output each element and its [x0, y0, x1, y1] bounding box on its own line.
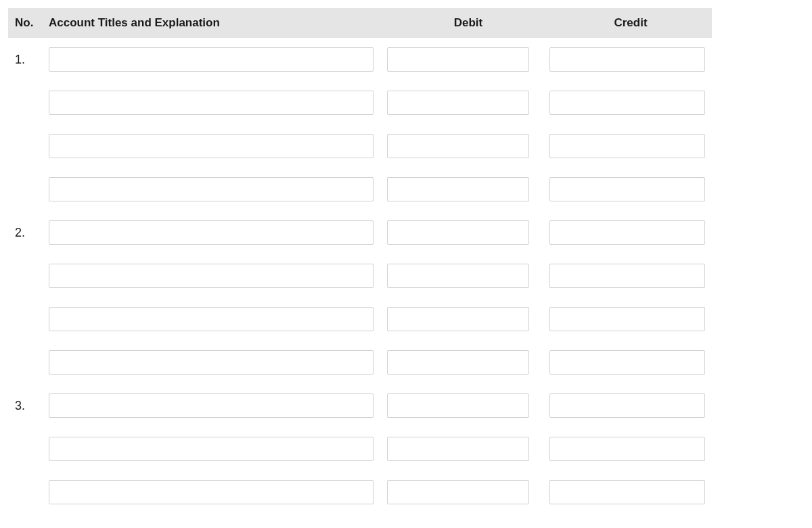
credit-input[interactable]	[549, 220, 705, 245]
debit-cell	[387, 437, 549, 461]
credit-cell	[549, 393, 712, 418]
debit-cell	[387, 134, 549, 158]
table-row	[8, 471, 712, 514]
account-cell	[49, 220, 387, 245]
account-cell	[49, 47, 387, 72]
credit-cell	[549, 350, 712, 375]
account-cell	[49, 350, 387, 375]
header-no: No.	[8, 16, 49, 30]
debit-cell	[387, 264, 549, 288]
account-input[interactable]	[49, 177, 374, 201]
table-row	[8, 168, 712, 211]
credit-cell	[549, 47, 712, 72]
debit-input[interactable]	[387, 91, 529, 115]
debit-cell	[387, 177, 549, 201]
account-input[interactable]	[49, 264, 374, 288]
table-row: 2.	[8, 211, 712, 254]
table-row	[8, 341, 712, 384]
account-input[interactable]	[49, 220, 374, 245]
debit-input[interactable]	[387, 264, 529, 288]
debit-input[interactable]	[387, 350, 529, 375]
credit-cell	[549, 91, 712, 115]
account-cell	[49, 91, 387, 115]
table-row: 3.	[8, 384, 712, 427]
debit-cell	[387, 350, 549, 375]
table-row	[8, 124, 712, 168]
table-row	[8, 81, 712, 124]
credit-cell	[549, 437, 712, 461]
credit-input[interactable]	[549, 480, 705, 504]
debit-cell	[387, 220, 549, 245]
credit-cell	[549, 134, 712, 158]
credit-input[interactable]	[549, 91, 705, 115]
entry-number: 3.	[8, 399, 49, 413]
credit-input[interactable]	[549, 134, 705, 158]
account-cell	[49, 264, 387, 288]
table-row	[8, 427, 712, 471]
credit-cell	[549, 220, 712, 245]
credit-input[interactable]	[549, 437, 705, 461]
table-header-row: No. Account Titles and Explanation Debit…	[8, 8, 712, 38]
debit-cell	[387, 480, 549, 504]
table-row	[8, 297, 712, 341]
account-input[interactable]	[49, 47, 374, 72]
account-cell	[49, 393, 387, 418]
credit-input[interactable]	[549, 350, 705, 375]
debit-input[interactable]	[387, 307, 529, 331]
account-cell	[49, 177, 387, 201]
credit-cell	[549, 177, 712, 201]
debit-input[interactable]	[387, 134, 529, 158]
table-row: 1.	[8, 38, 712, 81]
debit-input[interactable]	[387, 437, 529, 461]
account-input[interactable]	[49, 350, 374, 375]
credit-input[interactable]	[549, 177, 705, 201]
header-debit: Debit	[387, 16, 549, 30]
debit-input[interactable]	[387, 220, 529, 245]
debit-input[interactable]	[387, 393, 529, 418]
credit-input[interactable]	[549, 264, 705, 288]
debit-cell	[387, 393, 549, 418]
debit-cell	[387, 307, 549, 331]
journal-entry-table: No. Account Titles and Explanation Debit…	[8, 8, 712, 514]
account-cell	[49, 437, 387, 461]
entries-container: 1.2.3.	[8, 38, 712, 514]
account-input[interactable]	[49, 134, 374, 158]
credit-cell	[549, 480, 712, 504]
credit-input[interactable]	[549, 393, 705, 418]
header-account: Account Titles and Explanation	[49, 16, 387, 30]
debit-input[interactable]	[387, 47, 529, 72]
header-credit: Credit	[549, 16, 712, 30]
debit-input[interactable]	[387, 177, 529, 201]
account-cell	[49, 307, 387, 331]
entry-number: 2.	[8, 226, 49, 240]
credit-cell	[549, 307, 712, 331]
debit-input[interactable]	[387, 480, 529, 504]
account-input[interactable]	[49, 480, 374, 504]
account-input[interactable]	[49, 91, 374, 115]
account-cell	[49, 480, 387, 504]
entry-number: 1.	[8, 53, 49, 67]
account-cell	[49, 134, 387, 158]
debit-cell	[387, 91, 549, 115]
table-row	[8, 254, 712, 297]
account-input[interactable]	[49, 307, 374, 331]
credit-input[interactable]	[549, 307, 705, 331]
account-input[interactable]	[49, 393, 374, 418]
account-input[interactable]	[49, 437, 374, 461]
debit-cell	[387, 47, 549, 72]
credit-cell	[549, 264, 712, 288]
credit-input[interactable]	[549, 47, 705, 72]
